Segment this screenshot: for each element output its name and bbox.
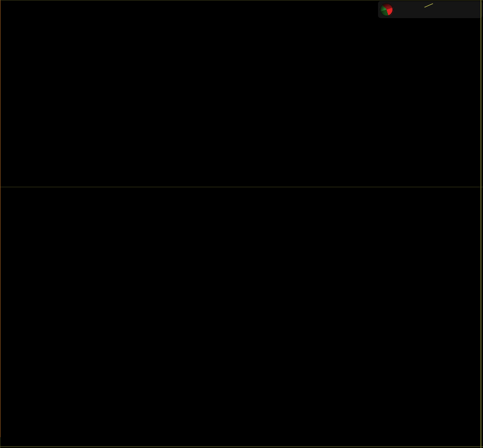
watermark: [378, 1, 482, 18]
left-border: [0, 0, 1, 448]
trading-app-window: [0, 0, 483, 448]
indicator-chart-panel[interactable]: [0, 198, 483, 437]
panel-separator: [0, 187, 483, 187]
price-chart-panel[interactable]: [0, 0, 483, 187]
bottom-border: [0, 446, 483, 447]
top-border: [0, 0, 483, 1]
right-border: [480, 0, 481, 448]
site-logo-icon: [380, 3, 394, 17]
